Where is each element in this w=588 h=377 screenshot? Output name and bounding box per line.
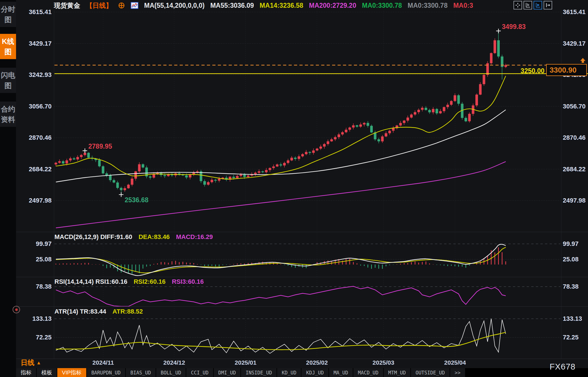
right-price-axis: 3615.413429.173242.933056.702870.462684.… <box>563 0 588 377</box>
ma0-value-red: MA0:3 <box>453 2 473 9</box>
rsi-axis-label: 78.38 <box>563 283 579 290</box>
y-axis-label: 2684.22 <box>563 166 586 173</box>
price-annotation: 2789.95 <box>88 143 112 150</box>
drawing-tool-icon[interactable] <box>13 306 20 313</box>
macd-indicator-row: MACD(26,12,9) DIFF:91.60 DEA:83.46 MACD:… <box>54 233 213 241</box>
sidebar-item-lightning-chart[interactable]: 闪电图 <box>0 68 16 93</box>
axis-scale-icon[interactable] <box>524 1 532 9</box>
indicator-tab->>[interactable]: >> <box>450 368 465 377</box>
sidebar-item-kline-chart[interactable]: K线图 <box>0 34 16 59</box>
ma14-value: MA14:3236.58 <box>260 2 303 9</box>
macd-axis-label: 25.08 <box>563 256 579 263</box>
y-axis-label: 2870.46 <box>563 134 586 141</box>
ma-settings: MA(55,14,200,0,0,0) <box>144 2 205 9</box>
chart-header: 现货黄金 【日线】 MA(55,14,200,0,0,0) MA55:3036.… <box>54 1 473 10</box>
indicator-tab-dmi_ud[interactable]: DMI_UD <box>214 368 240 377</box>
atr-indicator-row: ATR(14) TR:83.44 ATR:88.52 <box>54 308 143 315</box>
period-selector[interactable]: 日线 ▲ <box>21 358 41 367</box>
price-annotation: 3499.83 <box>502 23 526 31</box>
atr-value: ATR:88.52 <box>113 308 143 315</box>
panel-separator <box>16 359 588 359</box>
alert-line-label[interactable]: 3250.00 <box>476 67 544 75</box>
y-axis-label: 3056.70 <box>29 103 52 110</box>
indicator-tab-ma_ud[interactable]: MA_UD <box>329 368 353 377</box>
rsi-axis-label: 78.38 <box>36 283 52 290</box>
price-annotation: 2536.68 <box>125 196 148 204</box>
ma55-value: MA55:3036.09 <box>210 2 254 9</box>
x-axis-label: 2024/11 <box>93 359 114 366</box>
y-axis-label: 3615.41 <box>29 8 52 16</box>
indicator-tab-cci_ud[interactable]: CCI_UD <box>186 368 213 377</box>
y-axis-label: 3615.41 <box>563 8 586 16</box>
y-axis-label: 3056.70 <box>563 103 586 110</box>
macd-axis-label: 99.97 <box>36 240 52 248</box>
x-axis-label: 2025/02 <box>306 359 328 366</box>
indicator-tab-bias_ud[interactable]: BIAS_UD <box>126 368 156 377</box>
rsi3-value: RSI3:60.16 <box>172 278 204 285</box>
indicator-tab-bar: 指标模板VIP指标BARUPDN_UDBIAS_UDBOLL_UDCCI_UDD… <box>16 368 588 377</box>
panel-separator <box>16 306 588 307</box>
indicator-tab-[interactable]: 指标 <box>16 368 36 377</box>
x-axis-label: 2025/01 <box>235 359 256 366</box>
indicator-tab-[interactable]: 模板 <box>37 368 57 377</box>
rsi-indicator-row: RSI(14,14,14) RSI1:60.16 RSI2:60.16 RSI3… <box>54 278 204 285</box>
period-arrow-icon: ▲ <box>36 360 41 366</box>
indicator-tab-inside_ud[interactable]: INSIDE_UD <box>241 368 277 377</box>
axis-play-icon[interactable] <box>534 1 542 9</box>
macd-dea: DEA:83.46 <box>138 233 170 241</box>
chart-toolbar <box>513 1 552 9</box>
indicator-tab-mtm_ud[interactable]: MTM_UD <box>384 368 410 377</box>
atr-axis-label: 133.13 <box>32 315 52 322</box>
sidebar-item-timeline-chart[interactable]: 分时图 <box>0 2 16 27</box>
indicator-tab-boll_ud[interactable]: BOLL_UD <box>156 368 186 377</box>
indicator-tab-barupdn_ud[interactable]: BARUPDN_UD <box>87 368 125 377</box>
ma0-value-green: MA0:3300.78 <box>362 2 402 9</box>
macd-params: MACD(26,12,9) DIFF:91.60 <box>54 233 132 241</box>
atr-axis-label: 133.13 <box>563 315 582 322</box>
atr-axis-label: 72.25 <box>36 334 52 341</box>
indicator-tab-outside_ud[interactable]: OUTSIDE_UD <box>411 368 449 377</box>
target-add-icon[interactable] <box>118 2 125 9</box>
panel-separator <box>16 232 588 232</box>
atr-axis-label: 72.25 <box>563 334 579 341</box>
ma200-value: MA200:2729.20 <box>309 2 356 9</box>
atr-params: ATR(14) TR:83.44 <box>54 308 106 315</box>
candlesticks <box>55 32 507 194</box>
y-axis-label: 3429.17 <box>29 40 52 47</box>
watermark: FX678 <box>550 362 575 372</box>
x-axis-label: 2025/04 <box>444 359 466 366</box>
mini-chart-icon[interactable] <box>131 2 138 9</box>
x-axis-label: 2024/12 <box>163 359 185 366</box>
pane-toggle-icon[interactable] <box>544 1 552 9</box>
y-axis-label: 3242.93 <box>29 71 52 79</box>
price-up-arrow-icon <box>580 58 586 64</box>
indicator-tab-vip[interactable]: VIP指标 <box>57 368 86 377</box>
indicator-tab-kdj_ud[interactable]: KDJ_UD <box>301 368 328 377</box>
rsi-params: RSI(14,14,14) RSI1:60.16 <box>54 278 127 285</box>
indicator-tab-macd_ud[interactable]: MACD_UD <box>353 368 383 377</box>
crosshair-move-icon[interactable] <box>513 1 522 9</box>
y-axis-label: 2497.98 <box>563 197 586 204</box>
panel-separator <box>16 277 588 277</box>
period-tag: 【日线】 <box>86 1 112 10</box>
ma0-value-gray: MA0:3300.78 <box>408 2 448 9</box>
sidebar-item-contract-info[interactable]: 合约资料 <box>0 102 16 127</box>
y-axis-label: 2497.98 <box>29 197 52 204</box>
y-axis-label: 2870.46 <box>29 134 52 141</box>
price-chart-canvas[interactable] <box>0 0 588 377</box>
symbol-title: 现货黄金 <box>54 1 80 10</box>
y-axis-label: 3429.17 <box>563 40 586 47</box>
macd-axis-label: 99.97 <box>563 240 579 248</box>
macd-value: MACD:16.29 <box>176 233 213 241</box>
current-price-box: 3300.90 <box>546 64 587 76</box>
rsi2-value: RSI2:60.16 <box>134 278 165 285</box>
sidebar: 分时图 K线图 闪电图 合约资料 <box>0 0 16 377</box>
indicator-tab-kd_ud[interactable]: KD_UD <box>277 368 301 377</box>
y-axis-label: 2684.22 <box>29 166 52 173</box>
x-axis-label: 2025/03 <box>373 359 394 366</box>
macd-axis-label: 25.08 <box>36 256 52 263</box>
left-price-axis: 3615.413429.173242.933056.702870.462684.… <box>18 0 52 377</box>
trading-app: 分时图 K线图 闪电图 合约资料 现货黄金 【日线】 MA(55,14,200,… <box>0 0 588 377</box>
